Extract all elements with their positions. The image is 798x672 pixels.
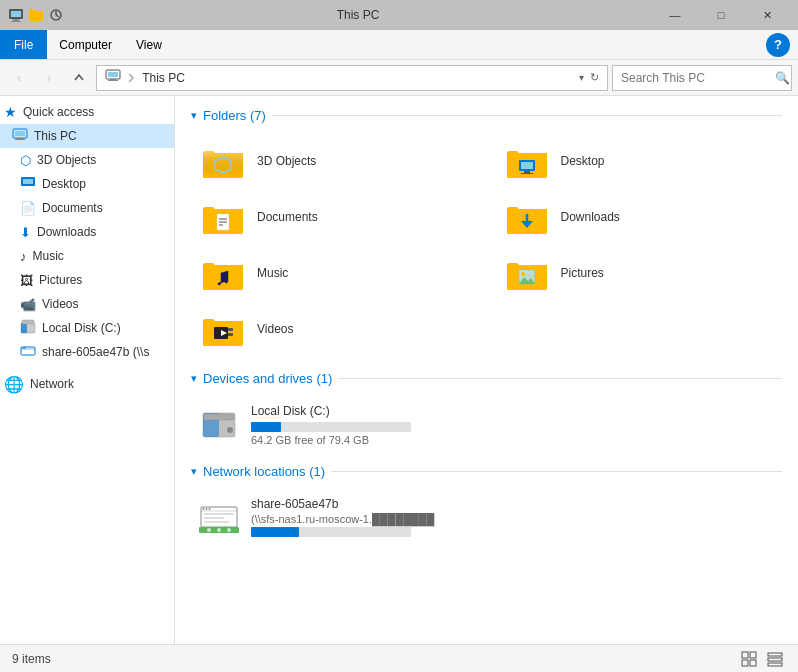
close-button[interactable]: ✕ [744,0,790,30]
svg-point-58 [227,528,231,532]
video-icon: 📹 [20,297,36,312]
folder-documents[interactable]: Documents [191,191,479,243]
sidebar-item-share[interactable]: share-605ae47b (\\s [0,340,174,364]
network-bar-wrapper [251,527,411,537]
svg-rect-41 [228,328,233,331]
sidebar-item-documents[interactable]: 📄 Documents [0,196,174,220]
svg-rect-61 [742,660,748,666]
folder-documents-icon [199,197,247,237]
menu-bar: File Computer View ? [0,30,798,60]
maximize-button[interactable]: □ [698,0,744,30]
folder-desktop-label: Desktop [561,154,605,168]
sidebar-item-localdisk[interactable]: Local Disk (C:) [0,316,174,340]
svg-rect-65 [768,663,782,666]
desktop-icon [20,176,36,193]
drive-local-disk-icon [199,407,239,443]
svg-rect-2 [13,19,19,21]
view-controls [738,648,786,670]
network-share-info: share-605ae47b (\\sfs-nas1.ru-moscow-1.█… [251,497,774,537]
forward-button[interactable]: › [36,65,62,91]
drive-bar-wrapper [251,422,411,432]
folder-3dobjects[interactable]: 3D Objects [191,135,479,187]
folder-pictures[interactable]: Pictures [495,247,783,299]
svg-rect-14 [15,139,25,140]
svg-rect-27 [524,171,530,173]
network-divider [331,471,782,472]
up-button[interactable] [66,65,92,91]
item-count: 9 items [12,652,51,666]
sidebar-item-desktop[interactable]: Desktop [0,172,174,196]
svg-rect-54 [204,521,229,523]
address-dropdown[interactable]: ▾ [579,72,584,83]
cube-icon: ⬡ [20,153,31,168]
sidebar-item-downloads[interactable]: ⬇ Downloads [0,220,174,244]
drive-name: Local Disk (C:) [251,404,774,418]
help-icon[interactable]: ? [766,33,790,57]
svg-rect-46 [227,427,233,433]
title-bar: This PC — □ ✕ [0,0,798,30]
devices-title: Devices and drives (1) [203,371,332,386]
sidebar-item-pictures[interactable]: 🖼 Pictures [0,268,174,292]
svg-line-6 [56,15,59,17]
folders-divider [272,115,782,116]
document-icon: 📄 [20,201,36,216]
svg-rect-3 [11,21,21,22]
svg-point-49 [203,508,205,510]
disk-icon [20,319,36,338]
view-list-button[interactable] [764,648,786,670]
svg-point-57 [217,528,221,532]
svg-point-50 [206,508,208,510]
search-input[interactable] [621,71,771,85]
folder-videos[interactable]: Videos [191,303,479,355]
svg-point-37 [521,272,525,276]
folder-music[interactable]: Music [191,247,479,299]
refresh-button[interactable]: ↻ [590,71,599,84]
address-bar: ‹ › This PC ▾ ↻ 🔍 [0,60,798,96]
folders-chevron[interactable]: ▾ [191,109,197,122]
computer-menu[interactable]: Computer [47,30,124,59]
folder-music-icon [199,253,247,293]
network-bar [251,527,299,537]
sidebar-this-pc[interactable]: This PC [0,124,174,148]
folder-desktop[interactable]: Desktop [495,135,783,187]
drive-local-disk[interactable]: Local Disk (C:) 64.2 GB free of 79.4 GB [191,398,782,452]
network-title: Network locations (1) [203,464,325,479]
folder-downloads-label: Downloads [561,210,620,224]
address-path: This PC [127,71,573,85]
svg-rect-59 [742,652,748,658]
svg-rect-12 [15,131,25,136]
sidebar-item-music[interactable]: ♪ Music [0,244,174,268]
devices-section-header: ▾ Devices and drives (1) [191,371,782,386]
folder-pictures-icon [503,253,551,293]
address-input[interactable]: This PC ▾ ↻ [96,65,608,91]
back-button[interactable]: ‹ [6,65,32,91]
svg-rect-1 [11,11,21,17]
svg-rect-60 [750,652,756,658]
search-box[interactable]: 🔍 [612,65,792,91]
svg-rect-42 [228,333,233,336]
svg-rect-28 [521,173,533,174]
folder-music-label: Music [257,266,288,280]
sidebar-item-3dobjects[interactable]: ⬡ 3D Objects [0,148,174,172]
svg-rect-13 [17,138,23,139]
file-menu[interactable]: File [0,30,47,59]
main-layout: ★ Quick access This PC ⬡ 3D Objects [0,96,798,644]
network-chevron[interactable]: ▾ [191,465,197,478]
sidebar-item-videos[interactable]: 📹 Videos [0,292,174,316]
network-share-item[interactable]: share-605ae47b (\\sfs-nas1.ru-moscow-1.█… [191,491,782,543]
sidebar-network[interactable]: 🌐 Network [0,372,174,396]
content-area: ▾ Folders (7) 3D Objects [175,96,798,644]
network-share-path: (\\sfs-nas1.ru-moscow-1.████████ [251,513,774,525]
view-menu[interactable]: View [124,30,174,59]
folders-title: Folders (7) [203,108,266,123]
svg-point-22 [22,347,24,349]
svg-rect-53 [204,517,224,519]
folder-videos-label: Videos [257,322,293,336]
folder-downloads[interactable]: Downloads [495,191,783,243]
view-tiles-button[interactable] [738,648,760,670]
download-icon: ⬇ [20,225,31,240]
sidebar-quick-access[interactable]: ★ Quick access [0,100,174,124]
svg-rect-9 [110,79,116,80]
devices-chevron[interactable]: ▾ [191,372,197,385]
minimize-button[interactable]: — [652,0,698,30]
